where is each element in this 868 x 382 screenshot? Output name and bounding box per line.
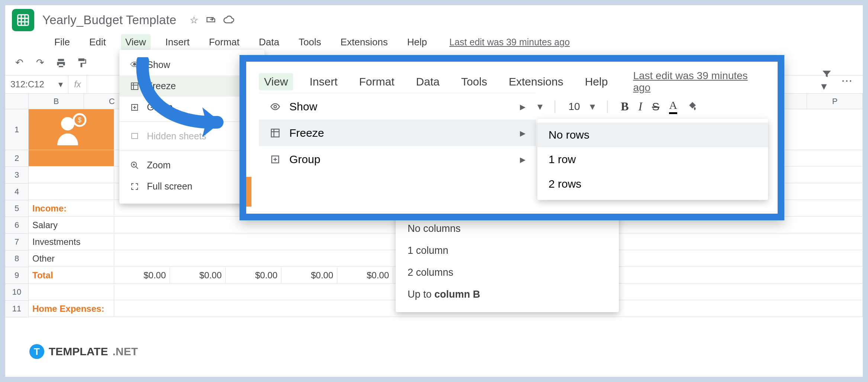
- svg-line-16: [136, 166, 138, 169]
- row-header[interactable]: 7: [5, 234, 29, 250]
- callout-overlay: View Insert Format Data Tools Extensions…: [239, 55, 784, 220]
- overlay-menu-format[interactable]: Format: [354, 73, 400, 90]
- document-title[interactable]: Yearly_Budget Template: [42, 13, 176, 27]
- italic-button[interactable]: I: [639, 100, 643, 113]
- col-header[interactable]: P: [807, 94, 863, 109]
- svg-point-19: [274, 105, 277, 108]
- menu-help[interactable]: Help: [403, 34, 431, 50]
- cell-total[interactable]: Total: [29, 267, 114, 284]
- titlebar: Yearly_Budget Template ☆: [5, 5, 863, 31]
- move-icon[interactable]: [206, 14, 216, 26]
- row-header[interactable]: 6: [5, 217, 29, 234]
- submenu-item-up-to-column[interactable]: Up to column B: [396, 284, 619, 305]
- menu-format[interactable]: Format: [205, 34, 244, 50]
- overlay-menu-item-group[interactable]: Group ▸: [259, 146, 536, 172]
- menu-insert[interactable]: Insert: [161, 34, 194, 50]
- cell-salary[interactable]: Salary: [29, 217, 114, 233]
- orange-edge: [246, 177, 251, 207]
- strike-button[interactable]: S: [652, 100, 659, 113]
- cell-money[interactable]: $0.00: [337, 267, 393, 284]
- overlay-last-edit[interactable]: Last edit was 39 minutes ago: [633, 70, 765, 94]
- row-header[interactable]: 8: [5, 250, 29, 267]
- submenu-item-1-row[interactable]: 1 row: [537, 147, 768, 172]
- row-header[interactable]: 11: [5, 301, 29, 317]
- row-header[interactable]: 4: [5, 184, 29, 200]
- cell-income[interactable]: Income:: [29, 200, 114, 217]
- overlay-menubar: View Insert Format Data Tools Extensions…: [246, 62, 778, 97]
- eye-icon: [269, 101, 281, 112]
- redo-icon[interactable]: ↷: [34, 57, 46, 68]
- budget-person-icon: $: [29, 109, 114, 150]
- overlay-menu-data[interactable]: Data: [411, 73, 445, 90]
- print-icon[interactable]: [55, 58, 67, 68]
- watermark: T TEMPLATE.NET: [29, 344, 138, 359]
- star-icon[interactable]: ☆: [190, 14, 198, 26]
- more-icon[interactable]: ⋯: [841, 74, 852, 87]
- cloud-icon[interactable]: [224, 14, 235, 26]
- last-edit-link[interactable]: Last edit was 39 minutes ago: [449, 37, 570, 48]
- overlay-menu-help[interactable]: Help: [580, 73, 613, 90]
- submenu-item-2-rows[interactable]: 2 rows: [537, 172, 768, 196]
- svg-rect-20: [271, 129, 279, 137]
- cell-money[interactable]: $0.00: [282, 267, 337, 284]
- overlay-freeze-rows-submenu: No rows 1 row 2 rows: [537, 119, 768, 200]
- arrow-right-icon: ▸: [520, 126, 525, 139]
- row-header[interactable]: 1: [5, 109, 29, 150]
- sheets-logo-icon: [12, 9, 34, 31]
- overlay-menu-tools[interactable]: Tools: [456, 73, 492, 90]
- watermark-brand: TEMPLATE: [49, 345, 108, 358]
- overlay-menu-item-show[interactable]: Show ▸: [259, 93, 536, 120]
- cell[interactable]: [29, 150, 114, 166]
- fullscreen-icon: [129, 182, 140, 191]
- overlay-menu-insert[interactable]: Insert: [304, 73, 343, 90]
- menu-view[interactable]: View: [121, 34, 151, 50]
- name-box-value: 312:C12: [10, 79, 44, 90]
- col-header[interactable]: B: [29, 94, 84, 109]
- submenu-item-1-column[interactable]: 1 column: [396, 240, 619, 262]
- submenu-item-no-columns[interactable]: No columns: [396, 218, 619, 240]
- row-header[interactable]: 3: [5, 167, 29, 184]
- cell-money[interactable]: $0.00: [114, 267, 170, 284]
- fill-color-icon[interactable]: [687, 101, 698, 112]
- menu-extensions[interactable]: Extensions: [336, 34, 392, 50]
- plus-box-icon: [269, 154, 281, 165]
- arrow-right-icon: ▸: [520, 100, 525, 113]
- row-header[interactable]: 5: [5, 200, 29, 217]
- filter-icon[interactable]: ▾: [821, 68, 832, 93]
- menu-data[interactable]: Data: [254, 34, 284, 50]
- text-color-button[interactable]: A: [669, 99, 677, 114]
- bold-button[interactable]: B: [621, 100, 629, 113]
- corner-cell[interactable]: [5, 94, 29, 109]
- menu-file[interactable]: File: [50, 34, 74, 50]
- menu-tools[interactable]: Tools: [294, 34, 326, 50]
- overlay-menu-extensions[interactable]: Extensions: [504, 73, 569, 90]
- submenu-item-2-columns[interactable]: 2 columns: [396, 262, 619, 284]
- cell-money[interactable]: $0.00: [226, 267, 282, 284]
- overlay-toolbar: ▾ │ 10 ▾ │ B I S A: [537, 99, 698, 114]
- submenu-item-no-rows[interactable]: No rows: [537, 123, 768, 147]
- font-dropdown[interactable]: ▾: [537, 100, 543, 113]
- cell-investments[interactable]: Investments: [29, 234, 114, 250]
- template-net-icon: T: [29, 344, 44, 359]
- row-header[interactable]: 10: [5, 284, 29, 301]
- font-size-dropdown[interactable]: ▾: [590, 100, 595, 113]
- cell-money[interactable]: $0.00: [170, 267, 226, 284]
- undo-icon[interactable]: ↶: [13, 57, 25, 68]
- name-box[interactable]: 312:C12 ▾: [5, 75, 68, 93]
- row-header[interactable]: 2: [5, 150, 29, 167]
- overlay-menu-view[interactable]: View: [259, 73, 293, 90]
- chevron-down-icon: ▾: [58, 79, 63, 90]
- svg-text:$: $: [77, 116, 81, 124]
- menu-edit[interactable]: Edit: [85, 34, 110, 50]
- font-size-value[interactable]: 10: [569, 101, 580, 113]
- freeze-icon: [269, 128, 281, 138]
- row-header[interactable]: 9: [5, 267, 29, 284]
- svg-point-5: [61, 117, 74, 130]
- fx-label: fx: [68, 75, 87, 93]
- watermark-suffix: .NET: [112, 345, 138, 358]
- zoom-icon: [129, 161, 140, 170]
- cell-home-expenses[interactable]: Home Expenses:: [29, 301, 114, 317]
- cell-other[interactable]: Other: [29, 250, 114, 267]
- paint-format-icon[interactable]: [76, 58, 88, 68]
- overlay-menu-item-freeze[interactable]: Freeze ▸: [259, 120, 536, 146]
